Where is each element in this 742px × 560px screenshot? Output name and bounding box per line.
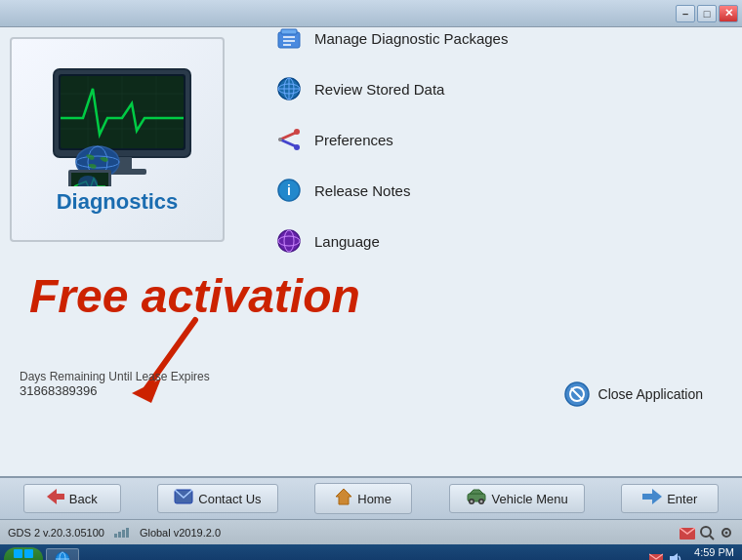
enter-button[interactable]: Enter	[621, 484, 719, 513]
mail-status-icon	[680, 526, 695, 540]
global-version-text: Global v2019.2.0	[140, 527, 221, 539]
taskbar-tray: 4:59 PM 5/16/2019	[645, 545, 738, 560]
taskbar: 4:59 PM 5/16/2019	[0, 544, 742, 560]
menu-item-release-notes[interactable]: i Release Notes	[264, 169, 713, 212]
svg-text:i: i	[287, 182, 291, 198]
svg-rect-20	[281, 29, 297, 34]
home-button[interactable]: Home	[314, 483, 412, 514]
svg-point-62	[725, 531, 728, 534]
signal-icon	[114, 528, 130, 538]
close-button[interactable]: ✕	[719, 5, 738, 22]
svg-rect-57	[126, 528, 129, 538]
review-data-icon	[273, 73, 305, 104]
preferences-label: Preferences	[314, 132, 393, 148]
review-data-label: Review Stored Data	[314, 81, 444, 98]
logo-area: Diagnostics	[10, 37, 225, 242]
search-status-icon	[699, 525, 715, 540]
svg-line-60	[710, 536, 714, 540]
manage-packages-label: Manage Diagnostic Packages	[314, 30, 508, 47]
svg-rect-55	[118, 532, 121, 538]
close-application-button[interactable]: Close Application	[563, 380, 703, 408]
close-app-label: Close Application	[598, 386, 703, 402]
svg-rect-64	[24, 549, 33, 558]
svg-point-32	[294, 144, 300, 150]
right-menu: Manage Diagnostic Packages Review Stored…	[244, 37, 732, 242]
vehicle-menu-icon	[466, 489, 487, 508]
back-label: Back	[69, 492, 98, 506]
app-title: Diagnostics	[57, 189, 179, 215]
tray-clock: 4:59 PM 5/16/2019	[686, 545, 734, 560]
close-app-icon	[563, 380, 591, 408]
settings-status-icon	[719, 525, 734, 540]
svg-rect-56	[122, 530, 125, 538]
svg-rect-54	[114, 534, 117, 538]
windows-logo-icon	[12, 547, 35, 560]
status-bar: GDS 2 v.20.3.05100 Global v2019.2.0	[0, 519, 742, 544]
svg-marker-52	[470, 490, 483, 494]
lease-number: 31868389396	[20, 383, 210, 398]
main-content: Diagnostics Manage Diagnostic Packages	[0, 27, 742, 476]
preferences-icon	[273, 124, 305, 155]
back-button[interactable]: Back	[23, 484, 121, 513]
svg-point-49	[470, 500, 473, 503]
tray-time-value: 4:59 PM	[686, 545, 734, 559]
svg-point-51	[479, 500, 482, 503]
lease-info: Days Remaining Until Lease Expires 31868…	[20, 370, 210, 398]
home-icon	[335, 488, 352, 509]
contact-us-icon	[174, 489, 193, 508]
svg-point-59	[701, 527, 711, 537]
menu-item-review-data[interactable]: Review Stored Data	[264, 67, 713, 110]
svg-marker-46	[336, 489, 351, 504]
vehicle-menu-button[interactable]: Vehicle Menu	[449, 484, 585, 513]
ie-icon	[55, 551, 70, 560]
enter-label: Enter	[667, 492, 697, 506]
vehicle-menu-label: Vehicle Menu	[492, 492, 568, 506]
back-icon	[47, 489, 64, 508]
start-button[interactable]	[4, 547, 43, 560]
svg-point-31	[294, 129, 300, 135]
contact-us-label: Contact Us	[198, 492, 261, 506]
tray-speaker-icon	[667, 552, 682, 560]
status-icons	[680, 525, 734, 540]
top-panel: Diagnostics Manage Diagnostic Packages	[0, 27, 742, 252]
tray-mail-icon	[649, 552, 663, 560]
lease-label: Days Remaining Until Lease Expires	[20, 370, 210, 383]
release-notes-icon: i	[273, 175, 305, 206]
manage-packages-icon	[273, 22, 305, 54]
menu-item-manage-packages[interactable]: Manage Diagnostic Packages	[264, 17, 713, 60]
enter-icon	[642, 489, 662, 508]
svg-rect-63	[14, 549, 22, 558]
svg-point-33	[278, 138, 282, 141]
taskbar-app-ie[interactable]	[46, 548, 79, 560]
language-label: Language	[314, 233, 380, 250]
contact-us-button[interactable]: Contact Us	[157, 484, 277, 513]
svg-marker-71	[670, 553, 678, 560]
bottom-toolbar: Back Contact Us Home	[0, 476, 742, 519]
activation-section: Free activation Days Remaining Until Lea…	[0, 252, 742, 476]
menu-item-preferences[interactable]: Preferences	[264, 118, 713, 161]
version-text: GDS 2 v.20.3.05100	[8, 527, 104, 539]
svg-marker-44	[47, 489, 64, 504]
monitor-graphic	[39, 64, 195, 181]
svg-point-36	[278, 230, 300, 252]
home-label: Home	[357, 492, 392, 506]
svg-marker-53	[642, 489, 662, 504]
release-notes-label: Release Notes	[314, 182, 410, 199]
